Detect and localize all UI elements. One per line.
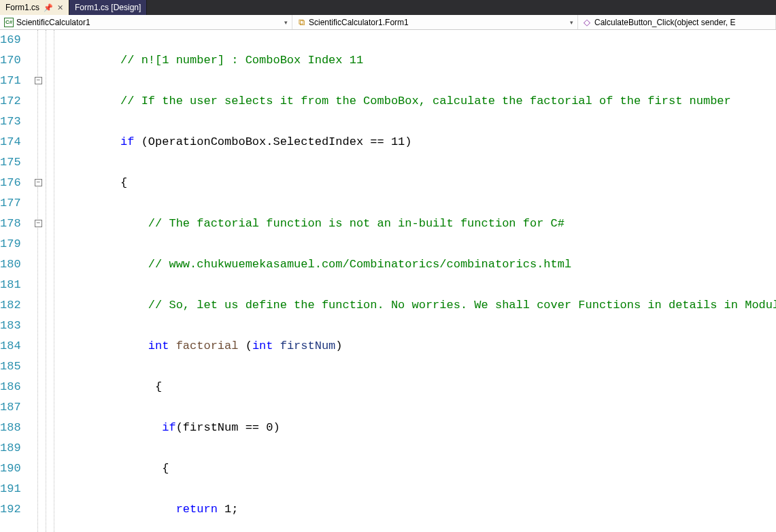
class-dropdown[interactable]: ⧉ ScientificCalculator1.Form1 ▾ bbox=[292, 15, 578, 29]
line-number: 191 bbox=[0, 479, 21, 499]
line-number: 173 bbox=[0, 112, 21, 132]
line-number: 182 bbox=[0, 295, 21, 316]
line-number: 176 bbox=[0, 173, 21, 193]
line-number: 185 bbox=[0, 356, 21, 377]
line-number: 175 bbox=[0, 152, 21, 173]
class-name: ScientificCalculator1.Form1 bbox=[309, 18, 409, 27]
line-number: 187 bbox=[0, 397, 21, 418]
code-navigation-bar: C# ScientificCalculator1 ▾ ⧉ ScientificC… bbox=[0, 15, 776, 30]
line-number: 178 bbox=[0, 214, 21, 234]
line-number: 169 bbox=[0, 30, 21, 50]
tab-label: Form1.cs bbox=[5, 3, 39, 12]
line-number: 188 bbox=[0, 418, 21, 438]
document-tabs: Form1.cs 📌 ✕ Form1.cs [Design] bbox=[0, 0, 776, 15]
chevron-down-icon: ▾ bbox=[280, 19, 288, 26]
line-number: 171 bbox=[0, 71, 21, 91]
chevron-down-icon: ▾ bbox=[566, 19, 573, 26]
line-number: 172 bbox=[0, 91, 21, 112]
line-number: 177 bbox=[0, 193, 21, 214]
line-number: 180 bbox=[0, 254, 21, 275]
class-icon: ⧉ bbox=[297, 18, 306, 27]
line-number: 179 bbox=[0, 234, 21, 254]
fold-toggle[interactable]: − bbox=[35, 77, 42, 84]
line-number: 181 bbox=[0, 275, 21, 295]
tab-label: Form1.cs [Design] bbox=[75, 3, 141, 12]
line-number: 192 bbox=[0, 499, 21, 520]
fold-toggle[interactable]: − bbox=[35, 220, 42, 227]
pin-icon[interactable]: 📌 bbox=[44, 3, 53, 12]
line-number: 174 bbox=[0, 132, 21, 152]
code-editor[interactable]: 1691701711721731741751761771781791801811… bbox=[0, 30, 776, 532]
tab-form1-design[interactable]: Form1.cs [Design] bbox=[69, 0, 147, 15]
line-number: 184 bbox=[0, 336, 21, 356]
project-name: ScientificCalculator1 bbox=[16, 18, 90, 27]
line-number: 186 bbox=[0, 377, 21, 397]
line-number: 190 bbox=[0, 459, 21, 479]
method-icon: ◇ bbox=[582, 18, 592, 27]
method-dropdown[interactable]: ◇ CalculateButton_Click(object sender, E bbox=[578, 15, 776, 29]
line-number: 189 bbox=[0, 438, 21, 459]
line-number: 183 bbox=[0, 316, 21, 336]
csharp-icon: C# bbox=[4, 18, 14, 27]
tab-form1-cs[interactable]: Form1.cs 📌 ✕ bbox=[0, 0, 69, 15]
code-area[interactable]: // n![1 number] : ComboBox Index 11 // I… bbox=[35, 30, 776, 532]
method-name: CalculateButton_Click(object sender, E bbox=[594, 18, 735, 27]
fold-toggle[interactable]: − bbox=[35, 179, 42, 186]
project-dropdown[interactable]: C# ScientificCalculator1 ▾ bbox=[0, 15, 292, 29]
line-number: 170 bbox=[0, 50, 21, 71]
line-number-gutter: 1691701711721731741751761771781791801811… bbox=[0, 30, 35, 532]
close-icon[interactable]: ✕ bbox=[57, 3, 63, 12]
